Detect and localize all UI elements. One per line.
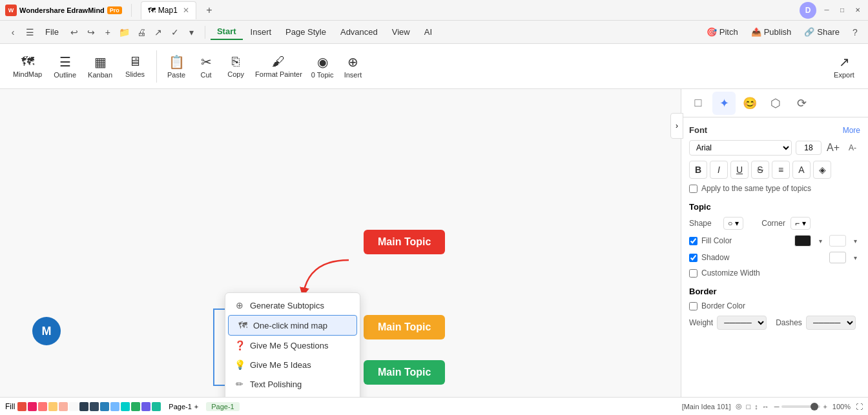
swatch-salmon[interactable] (38, 402, 47, 411)
node-main-2[interactable]: Main Topic (364, 315, 445, 339)
undo-button[interactable]: ↩ (67, 25, 82, 40)
format-painter-button[interactable]: 🖌 Format Painter (251, 48, 306, 85)
icon1[interactable]: ◎ (736, 402, 742, 410)
checkmark-icon[interactable]: ✓ (167, 25, 183, 40)
menu-item-ai[interactable]: AI (418, 25, 439, 39)
canvas-area[interactable]: M Main Topic Main Topic Main Topic (0, 89, 681, 397)
shadow-color-button[interactable] (829, 252, 846, 263)
panel-tab-emoji[interactable]: 😊 (738, 92, 761, 115)
shadow-checkbox[interactable] (689, 254, 698, 262)
close-button[interactable]: ✕ (852, 5, 863, 15)
sidebar-toggle[interactable]: ☰ (22, 25, 37, 40)
insert-button[interactable]: ⊕ Insert (338, 48, 367, 85)
zoom-slider[interactable] (781, 405, 820, 408)
cut-button[interactable]: ✂ Cut (192, 48, 220, 85)
copy-button[interactable]: ⎘ Copy (222, 48, 250, 85)
icon3[interactable]: ↕ (754, 403, 758, 410)
paste-button[interactable]: 📋 Paste (162, 48, 191, 85)
font-color-button[interactable]: A (792, 161, 811, 179)
new-icon[interactable]: + (100, 25, 116, 40)
cm-one-click-mindmap[interactable]: 🗺 One-click mind map (228, 315, 357, 336)
highlight-button[interactable]: ◈ (813, 161, 831, 179)
kanban-button[interactable]: ▦ Kanban (83, 48, 118, 85)
icon4[interactable]: ↔ (762, 403, 769, 410)
menu-item-advanced[interactable]: Advanced (334, 25, 384, 39)
italic-button[interactable]: I (710, 161, 728, 179)
font-more-button[interactable]: More (843, 126, 860, 135)
font-family-select[interactable]: Arial (689, 140, 792, 156)
shadow-color-dropdown[interactable]: ▾ (850, 252, 860, 263)
cm-adjust-length[interactable]: ↔ Adjust Length › (225, 394, 360, 397)
menu-item-view[interactable]: View (386, 25, 417, 39)
menu-item-start[interactable]: Start (211, 24, 243, 40)
fill-color-button[interactable] (794, 235, 811, 247)
maximize-button[interactable]: □ (837, 5, 847, 15)
redo-button[interactable]: ↪ (83, 25, 99, 40)
swatch-white[interactable] (69, 402, 78, 411)
swatch-purple[interactable] (141, 402, 150, 411)
zoom-out-button[interactable]: ─ (774, 403, 780, 410)
font-size-decrease-button[interactable]: A- (845, 140, 860, 156)
apply-same-type-checkbox[interactable] (689, 185, 698, 193)
fill-color-checkbox[interactable] (689, 237, 698, 245)
mindmap-button[interactable]: 🗺 MindMap (8, 48, 47, 85)
bold-button[interactable]: B (689, 161, 707, 179)
user-avatar[interactable]: D (800, 2, 816, 19)
outline-button[interactable]: ☰ Outline (48, 48, 81, 85)
share-button[interactable]: 🔗 Share (799, 25, 845, 39)
node-main-3[interactable]: Main Topic (364, 360, 445, 385)
fill-secondary-dropdown[interactable]: ▾ (850, 235, 860, 247)
cm-give-ideas[interactable]: 💡 Give Me 5 Ideas (225, 355, 360, 374)
panel-tab-shape[interactable]: ⬡ (764, 92, 787, 115)
minimize-button[interactable]: ─ (822, 5, 832, 15)
font-size-input[interactable] (796, 141, 822, 155)
new-tab-button[interactable]: + (202, 3, 217, 18)
zoom-in-button[interactable]: + (823, 403, 827, 410)
pitch-button[interactable]: 🎯 Pitch (701, 25, 743, 39)
cm-generate-subtopics[interactable]: ⊕ Generate Subtopics (225, 296, 360, 315)
panel-tab-more[interactable]: ⟳ (790, 92, 813, 115)
cm-text-polishing[interactable]: ✏ Text Polishing (225, 374, 360, 394)
open-icon[interactable]: 📁 (117, 25, 132, 40)
fill-color-dropdown[interactable]: ▾ (815, 235, 825, 247)
menu-item-page-style[interactable]: Page Style (279, 25, 333, 39)
corner-selector[interactable]: ⌐ ▾ (790, 217, 811, 230)
fullscreen-button[interactable]: ⛶ (856, 403, 863, 410)
fill-color-secondary-button[interactable] (829, 235, 846, 247)
topic-button[interactable]: ◉ 0 Topic (307, 48, 338, 85)
panel-collapse-button[interactable]: › (670, 113, 683, 139)
export-icon[interactable]: ↗ (150, 25, 166, 40)
icon2[interactable]: □ (746, 403, 750, 410)
swatch-yellow[interactable] (48, 402, 57, 411)
swatch-navy[interactable] (90, 402, 99, 411)
swatch-dark[interactable] (79, 402, 88, 411)
border-color-checkbox[interactable] (689, 302, 698, 310)
swatch-teal[interactable] (121, 402, 130, 411)
dashes-select[interactable]: ───── (806, 316, 856, 330)
strikethrough-button[interactable]: S (751, 161, 769, 179)
menu-item-file[interactable]: File (39, 25, 65, 39)
swatch-pink[interactable] (28, 402, 37, 411)
panel-tab-style[interactable]: □ (687, 92, 710, 115)
weight-select[interactable]: ───── (717, 316, 767, 330)
swatch-red[interactable] (17, 402, 26, 411)
node-main-1[interactable]: Main Topic (364, 230, 445, 254)
swatch-green[interactable] (131, 402, 140, 411)
dropdown-arrow[interactable]: ▾ (184, 25, 200, 40)
shape-selector[interactable]: ○ ▾ (723, 217, 743, 230)
underline-button[interactable]: U (730, 161, 749, 179)
help-button[interactable]: ? (847, 25, 863, 40)
align-button[interactable]: ≡ (772, 161, 790, 179)
active-page-tab[interactable]: Page-1 (206, 402, 239, 411)
cm-give-questions[interactable]: ❓ Give Me 5 Questions (225, 336, 360, 355)
back-button[interactable]: ‹ (5, 25, 21, 40)
customize-width-checkbox[interactable] (689, 269, 698, 278)
slides-button[interactable]: 🖥 Slides (119, 48, 151, 85)
map-tab[interactable]: 🗺 Map1 ✕ (141, 1, 196, 19)
print-icon[interactable]: 🖨 (134, 25, 149, 40)
tab-close-icon[interactable]: ✕ (183, 6, 189, 15)
panel-tab-ai[interactable]: ✦ (712, 92, 736, 115)
swatch-light-blue[interactable] (110, 402, 119, 411)
export-button[interactable]: ↗ Export (828, 48, 860, 85)
font-size-increase-button[interactable]: A+ (825, 140, 841, 156)
